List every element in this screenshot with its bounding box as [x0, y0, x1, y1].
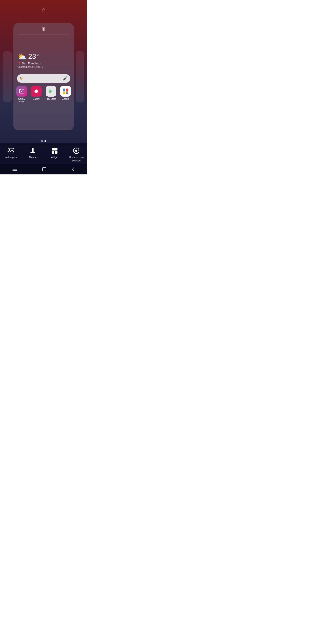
svg-point-27	[75, 150, 77, 152]
gallery-icon	[31, 86, 42, 96]
updated-text: Updated 24/09 12:45	[18, 66, 40, 68]
google-search-bar[interactable]: G 🎤	[17, 74, 70, 83]
play-store-label: Play Store	[46, 98, 56, 100]
weather-location: 📍 San Francisco	[18, 62, 70, 65]
wallpapers-button[interactable]: Wallpapers	[2, 147, 20, 159]
home-screen-settings-button[interactable]: Home screensettings	[67, 147, 85, 162]
home-screen-settings-label: Home screensettings	[69, 156, 84, 162]
svg-line-34	[78, 149, 78, 149]
svg-point-19	[9, 149, 10, 150]
google-g-icon: G	[20, 76, 22, 81]
gallery-label: Gallery	[33, 98, 40, 100]
svg-rect-13	[63, 92, 65, 94]
apps-row: GalaxyStore	[14, 86, 74, 103]
location-name: San Francisco	[22, 62, 40, 65]
weather-temperature: 23°	[28, 52, 39, 60]
google-icon	[60, 86, 71, 96]
screen: ⌂ 🗑 ⛅ 23° 📍 San Francisco Updated 24/09 …	[0, 0, 87, 174]
svg-point-5	[37, 91, 38, 92]
app-item-google[interactable]: Google	[60, 86, 72, 103]
refresh-icon[interactable]: ↻	[41, 66, 44, 68]
recent-apps-button[interactable]	[12, 167, 17, 172]
main-card: 🗑 ⛅ 23° 📍 San Francisco Updated 24/09 12…	[14, 23, 74, 130]
page-dots	[41, 140, 46, 142]
svg-rect-23	[52, 148, 58, 150]
svg-point-8	[35, 92, 36, 92]
svg-rect-12	[66, 88, 68, 91]
svg-rect-24	[52, 151, 54, 154]
galaxy-store-label: GalaxyStore	[18, 98, 25, 103]
svg-line-32	[74, 149, 75, 149]
svg-rect-25	[55, 151, 58, 154]
app-item-galaxy-store[interactable]: GalaxyStore	[16, 86, 28, 103]
location-icon: 📍	[18, 62, 21, 65]
galaxy-store-icon	[16, 86, 27, 96]
nav-bar	[0, 164, 87, 174]
svg-rect-15	[67, 92, 68, 92]
svg-rect-17	[67, 93, 68, 94]
home-indicator-icon: ⌂	[42, 6, 46, 14]
theme-button[interactable]: Theme	[24, 147, 42, 159]
google-label: Google	[62, 98, 69, 100]
card-right-side	[76, 51, 84, 102]
trash-icon[interactable]: 🗑	[41, 26, 46, 32]
svg-rect-21	[30, 152, 35, 153]
svg-point-9	[37, 92, 38, 92]
widget-label: Widget	[51, 156, 58, 159]
svg-line-33	[78, 152, 78, 153]
app-item-play-store[interactable]: Play Store	[45, 86, 57, 103]
svg-point-2	[36, 90, 37, 90]
svg-rect-11	[63, 88, 65, 91]
svg-point-7	[37, 90, 38, 91]
wallpapers-label: Wallpapers	[5, 156, 17, 159]
home-screen-settings-icon	[73, 147, 80, 154]
page-dot-1[interactable]	[41, 140, 43, 142]
back-button[interactable]	[71, 167, 75, 172]
theme-label: Theme	[29, 156, 36, 159]
svg-rect-14	[66, 92, 67, 92]
wallpapers-icon	[8, 147, 14, 154]
svg-rect-39	[42, 168, 46, 171]
svg-point-6	[35, 90, 36, 91]
widget-icon	[51, 147, 58, 154]
svg-line-35	[74, 152, 75, 153]
mic-icon[interactable]: 🎤	[63, 76, 68, 81]
play-store-icon	[46, 86, 56, 96]
weather-updated: Updated 24/09 12:45 ↻	[18, 66, 70, 68]
weather-section: ⛅ 23° 📍 San Francisco Updated 24/09 12:4…	[14, 34, 74, 71]
svg-rect-16	[66, 93, 67, 94]
home-nav-button[interactable]	[42, 167, 46, 173]
app-item-gallery[interactable]: Gallery	[30, 86, 42, 103]
svg-point-3	[36, 92, 37, 93]
svg-point-4	[34, 91, 35, 92]
bottom-toolbar: Wallpapers Theme Widget	[0, 143, 87, 164]
weather-icon: ⛅	[18, 52, 26, 61]
svg-rect-22	[31, 148, 32, 149]
theme-icon	[29, 147, 36, 154]
cards-area: 🗑 ⛅ 23° 📍 San Francisco Updated 24/09 12…	[0, 15, 87, 138]
card-left-side	[3, 51, 12, 102]
widget-button[interactable]: Widget	[46, 147, 64, 159]
svg-marker-10	[50, 89, 52, 93]
page-dot-2[interactable]	[44, 140, 46, 142]
